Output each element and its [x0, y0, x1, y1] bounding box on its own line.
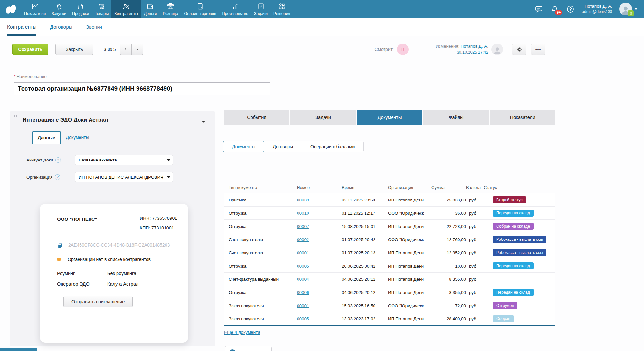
main-menu: Показатели Закупки Продажи Товары [21, 0, 293, 18]
cell-currency: руб [466, 250, 484, 255]
collapse-caret-icon[interactable] [202, 121, 205, 123]
content-tab[interactable]: Файлы [423, 110, 489, 125]
documents-table: Тип документа Номер Время Организация Су… [224, 182, 555, 326]
record-pager [120, 44, 143, 55]
document-number-link[interactable]: 00005 [297, 264, 309, 268]
document-subtabs: Документы Договоры Операции с баллами [223, 141, 364, 152]
changes-author-avatar [491, 44, 503, 55]
document-number-link[interactable]: 00039 [297, 198, 309, 202]
main-menu-item[interactable]: Закупки [49, 0, 69, 18]
roaming-value: Без роуминга [107, 271, 177, 276]
cell-currency: руб [466, 277, 484, 282]
edo-company-card: ООО "ЛОГНЕКС" ИНН: 7736570901 КПП: 77310… [40, 204, 188, 343]
help-icon[interactable] [566, 5, 575, 14]
main-menu-item[interactable]: Товары [92, 0, 111, 18]
prev-record-button[interactable] [120, 44, 132, 55]
main-menu-item[interactable]: Деньги [141, 0, 160, 18]
edo-tab-label: Документы [66, 135, 89, 140]
edo-tab-label: Данные [38, 135, 55, 140]
menu-item-label: Показатели [24, 11, 46, 16]
document-number-link[interactable]: 00007 [297, 224, 309, 229]
edo-field-select[interactable]: Название аккаунта [75, 155, 173, 165]
edo-panel-title: Интеграция с ЭДО Доки Астрал [23, 117, 108, 123]
table-row[interactable]: Счет-фактура выданный 00004 04.06.2025 2… [224, 273, 555, 286]
document-number-link[interactable]: 00004 [297, 277, 309, 282]
table-row[interactable]: Заказ покупателя 00001 15.03.2025 16:50 … [224, 299, 555, 312]
main-menu-item[interactable]: Продажи [69, 0, 92, 18]
document-subtab[interactable]: Документы [223, 141, 264, 152]
main-menu-item[interactable]: Решения [270, 0, 293, 18]
table-row[interactable]: Отгрузка 00005 20.06.2025 00:42 ИП Потап… [224, 259, 555, 273]
section-nav-item[interactable]: Договоры [50, 18, 72, 36]
content-tab[interactable]: События [224, 110, 289, 125]
copy-icon[interactable] [57, 242, 63, 249]
menu-item-label: Онлайн-торговля [184, 11, 216, 16]
send-invitation-button[interactable]: Отправить приглашение [63, 296, 133, 307]
cell-amount: 12 952,00 [431, 250, 466, 255]
section-nav-item[interactable]: Контрагенты [7, 18, 36, 36]
document-number-link[interactable]: 00010 [297, 211, 309, 216]
save-button[interactable]: Сохранить [12, 44, 48, 55]
more-actions-button[interactable]: ••• [531, 44, 545, 55]
cell-document-type: Отгрузка [229, 264, 297, 268]
cell-document-type: Приемка [229, 198, 297, 202]
main-menu-item[interactable]: Онлайн-торговля [181, 0, 219, 18]
close-button[interactable]: Закрыть [55, 44, 93, 55]
content-tab[interactable]: Документы [357, 110, 422, 125]
changes-author-link[interactable]: Потапов Д. А. [460, 44, 488, 49]
name-input[interactable] [14, 82, 270, 95]
edo-tab[interactable]: Документы [61, 131, 94, 144]
table-row[interactable]: Отгрузка 00006 04.06.2025 20:12 ИП Потап… [224, 286, 555, 299]
table-row[interactable]: Заказ покупателя 00005 13.03.2023 17:02 … [224, 312, 555, 326]
document-number-link[interactable]: 00002 [297, 237, 309, 242]
help-tooltip-icon[interactable] [55, 157, 61, 163]
help-tooltip-icon[interactable] [55, 174, 60, 180]
chat-icon[interactable] [535, 5, 543, 14]
table-row[interactable]: Отгрузка 00010 01.11.2025 12:17 ООО "Юри… [224, 207, 555, 220]
next-record-button[interactable] [131, 44, 143, 55]
warning-dot-icon [57, 258, 61, 261]
main-menu-item[interactable]: Производство [219, 0, 251, 18]
main-menu-item[interactable]: Контрагенты [111, 0, 141, 18]
content-tab[interactable]: Показатели [490, 110, 555, 125]
app-logo[interactable] [0, 0, 21, 18]
table-header-row: Тип документа Номер Время Организация Су… [224, 182, 555, 193]
main-menu-item[interactable]: Задачи [251, 0, 270, 18]
edo-tab[interactable]: Данные [32, 131, 61, 144]
status-badge: Отгружен [493, 302, 517, 309]
table-column-header: Организация [388, 185, 431, 190]
edo-details: Роуминг Без роуминга Оператор ЭДО Калуга… [57, 271, 177, 287]
user-menu[interactable] [619, 3, 638, 15]
main-menu-item[interactable]: Показатели [21, 0, 49, 18]
document-number-link[interactable]: 00001 [297, 250, 309, 255]
table-row[interactable]: Отгрузка 00007 15.08.2025 15:01 ИП Потап… [224, 220, 555, 233]
table-row[interactable]: Приемка 00039 02.11.2025 23:53 ИП Потапо… [224, 193, 555, 207]
settings-button[interactable] [512, 44, 526, 55]
edo-field-select[interactable]: ИП ПОТАПОВ ДЕНИС АЛЕКСАНДРОВИЧ [75, 172, 173, 182]
document-subtab-label: Документы [232, 144, 255, 149]
cell-datetime: 15.08.2025 15:01 [342, 224, 388, 229]
table-column-header: Статус [484, 185, 555, 190]
status-badge: Собран на складе [493, 223, 534, 230]
table-row[interactable]: Счет покупателю 00002 01.07.2025 20:42 О… [224, 233, 555, 246]
content-tab[interactable]: Задачи [290, 110, 356, 125]
cell-amount: 22 728,00 [431, 224, 466, 229]
cell-currency: руб [466, 237, 484, 242]
cell-datetime: 01.07.2025 20:13 [342, 250, 388, 255]
document-subtab[interactable]: Операции с баллами [302, 141, 363, 152]
document-number-link[interactable]: 00005 [297, 317, 309, 321]
table-row[interactable]: Счет покупателю 00001 01.07.2025 20:13 И… [224, 246, 555, 259]
document-number-link[interactable]: 00001 [297, 303, 309, 308]
section-nav-item[interactable]: Звонки [86, 18, 102, 36]
drag-handle-icon[interactable] [14, 114, 17, 117]
more-documents-link[interactable]: Еще 4 документа [224, 330, 260, 335]
main-menu-item[interactable]: Розница [160, 0, 181, 18]
add-document-button[interactable]: + [225, 346, 272, 351]
changes-date-link[interactable]: 30.10.2025 17:42 [457, 50, 488, 54]
document-number-link[interactable]: 00006 [297, 290, 309, 295]
table-column-header: Номер [297, 185, 342, 190]
document-subtab[interactable]: Договоры [264, 141, 302, 152]
cell-amount: 10,00 [431, 264, 466, 268]
notifications-bell-icon[interactable]: 9+ [550, 5, 559, 14]
user-info[interactable]: Потапов Д. А. admin@denis138 [582, 4, 612, 14]
